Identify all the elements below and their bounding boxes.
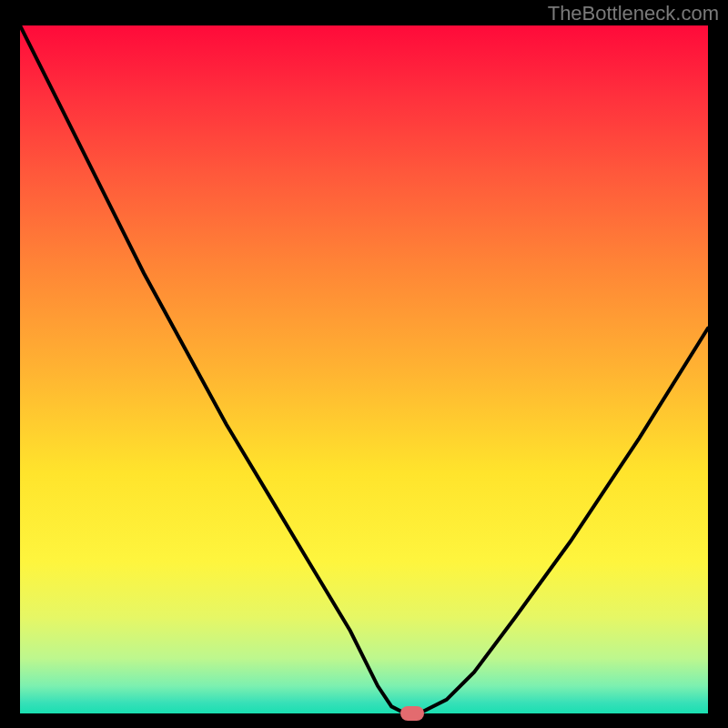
watermark-text: TheBottleneck.com [548,2,719,25]
optimal-marker [400,706,424,721]
plot-area [20,25,708,713]
chart-frame: TheBottleneck.com [0,0,728,728]
bottleneck-curve [20,25,708,713]
